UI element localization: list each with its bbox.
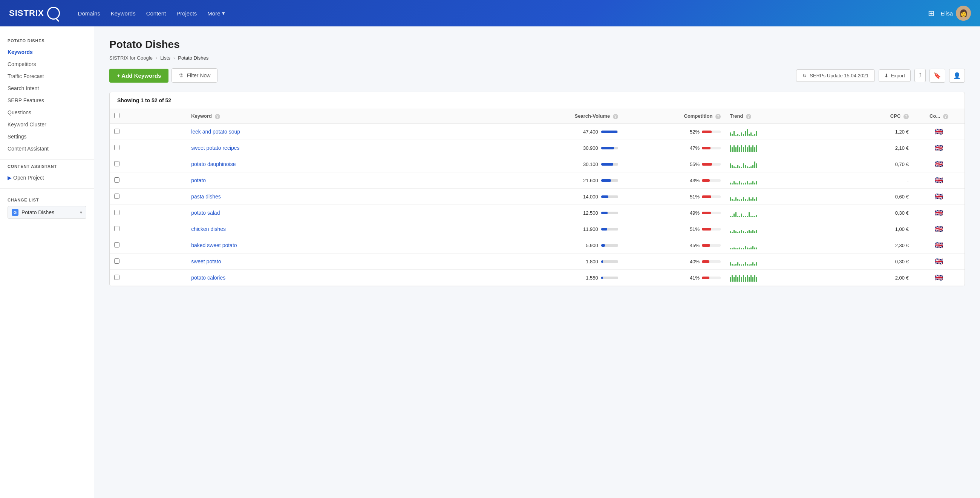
volume-value: 1.550 — [586, 275, 598, 281]
keyword-link[interactable]: potato — [191, 177, 206, 184]
nav-more[interactable]: More ▾ — [207, 10, 224, 17]
table-header-row: Keyword ? Search-Volume ? Competition ? — [110, 109, 964, 123]
volume-bar — [601, 244, 618, 247]
trend-help-icon[interactable]: ? — [746, 114, 751, 119]
sidebar-item-questions[interactable]: Questions — [0, 106, 94, 118]
row-checkbox-2[interactable] — [114, 161, 119, 166]
competition-bar — [702, 179, 721, 182]
change-list-title: CHANGE LIST — [8, 198, 86, 202]
sidebar-item-competitors[interactable]: Competitors — [0, 58, 94, 70]
table-row: pasta dishes 14.000 51% 0,60 € — [110, 188, 964, 205]
competition-bar — [702, 244, 721, 247]
keyword-link[interactable]: chicken dishes — [191, 226, 226, 232]
row-checkbox-cell — [110, 237, 186, 254]
share-icon: ⤴ — [919, 72, 921, 79]
filter-button[interactable]: ⚗ Filter Now — [172, 68, 218, 83]
person-button[interactable]: 👤 — [949, 69, 965, 83]
breadcrumb-sistrix[interactable]: SISTRIX for Google — [109, 55, 153, 61]
sidebar-item-settings[interactable]: Settings — [0, 131, 94, 143]
competition-help-icon[interactable]: ? — [715, 114, 721, 119]
cpc-cell: 2,30 € — [845, 237, 913, 254]
volume-value: 30.900 — [583, 145, 598, 151]
serps-update-button[interactable]: ↻ SERPs Update 15.04.2021 — [796, 69, 875, 82]
keyword-cell: sweet potato — [186, 254, 511, 270]
cpc-cell: 1,00 € — [845, 221, 913, 237]
toolbar-actions: + Add Keywords ⚗ Filter Now — [109, 68, 218, 83]
country-cell: 🇬🇧 — [913, 123, 964, 140]
nav-content[interactable]: Content — [146, 10, 166, 17]
header-keyword: Keyword ? — [186, 109, 511, 123]
competition-value: 52% — [690, 129, 700, 135]
row-checkbox-3[interactable] — [114, 177, 119, 183]
logo[interactable]: SISTRIX — [9, 7, 60, 20]
bookmark-button[interactable]: 🔖 — [929, 69, 945, 83]
table-row: potato calories 1.550 41% 2,00 € — [110, 270, 964, 286]
keyword-link[interactable]: baked sweet potato — [191, 242, 237, 248]
row-checkbox-6[interactable] — [114, 226, 119, 231]
sidebar-item-keywords[interactable]: Keywords — [0, 46, 94, 58]
nav-keywords[interactable]: Keywords — [111, 10, 136, 17]
cpc-cell: 0,70 € — [845, 156, 913, 172]
user-menu[interactable]: Elisa 👩 — [940, 6, 971, 21]
keyword-link[interactable]: potato calories — [191, 275, 225, 281]
sidebar-open-project[interactable]: ▶ Open Project — [0, 172, 94, 184]
keyword-cell: chicken dishes — [186, 221, 511, 237]
nav-domains[interactable]: Domains — [78, 10, 100, 17]
cpc-value: 0,60 € — [895, 194, 909, 200]
export-button[interactable]: ⬇ Export — [878, 69, 911, 82]
competition-value: 47% — [690, 145, 700, 151]
filter-icon: ⚗ — [179, 72, 184, 78]
breadcrumb-lists[interactable]: Lists — [160, 55, 170, 61]
row-checkbox-5[interactable] — [114, 210, 119, 215]
country-cell: 🇬🇧 — [913, 188, 964, 205]
select-all-checkbox[interactable] — [114, 113, 119, 118]
sidebar-item-traffic-forecast[interactable]: Traffic Forecast — [0, 70, 94, 82]
volume-bar — [601, 131, 618, 133]
keyword-link[interactable]: pasta dishes — [191, 193, 221, 200]
row-checkbox-8[interactable] — [114, 259, 119, 264]
row-checkbox-9[interactable] — [114, 275, 119, 280]
row-checkbox-0[interactable] — [114, 129, 119, 134]
keyword-link[interactable]: sweet potato — [191, 259, 221, 265]
keyword-cell: pasta dishes — [186, 188, 511, 205]
volume-bar — [601, 212, 618, 214]
sidebar-item-content-assistant[interactable]: Content Assistant — [0, 143, 94, 155]
google-badge: G — [12, 209, 19, 216]
breadcrumb: SISTRIX for Google › Lists › Potato Dish… — [109, 55, 965, 61]
row-checkbox-1[interactable] — [114, 145, 119, 150]
download-icon: ⬇ — [884, 73, 888, 78]
grid-icon[interactable]: ⊞ — [928, 9, 934, 18]
keyword-help-icon[interactable]: ? — [215, 114, 220, 119]
sidebar-item-search-intent[interactable]: Search Intent — [0, 82, 94, 94]
nav-projects[interactable]: Projects — [177, 10, 197, 17]
keyword-link[interactable]: leek and potato soup — [191, 129, 240, 135]
page-title: Potato Dishes — [109, 38, 965, 51]
keyword-link[interactable]: potato dauphinoise — [191, 161, 235, 167]
cpc-help-icon[interactable]: ? — [904, 114, 909, 119]
add-keywords-button[interactable]: + Add Keywords — [109, 69, 169, 83]
volume-cell: 30.100 — [511, 156, 623, 172]
volume-help-icon[interactable]: ? — [613, 114, 618, 119]
competition-cell: 45% — [623, 237, 725, 254]
share-button[interactable]: ⤴ — [915, 69, 926, 82]
trend-cell — [725, 188, 845, 205]
volume-value: 5.900 — [586, 243, 598, 248]
volume-cell: 12.500 — [511, 205, 623, 221]
country-help-icon[interactable]: ? — [943, 114, 948, 119]
country-flag: 🇬🇧 — [935, 209, 943, 217]
row-checkbox-7[interactable] — [114, 242, 119, 247]
keyword-link[interactable]: sweet potato recipes — [191, 145, 239, 151]
showing-count: Showing 1 to 52 of 52 — [110, 92, 964, 109]
competition-value: 55% — [690, 161, 700, 167]
breadcrumb-sep-2: › — [173, 55, 175, 61]
competition-cell: 47% — [623, 140, 725, 156]
sidebar-item-keyword-cluster[interactable]: Keyword Cluster — [0, 118, 94, 131]
dropdown-arrow-icon: ▾ — [80, 210, 82, 215]
sidebar-item-serp-features[interactable]: SERP Features — [0, 94, 94, 106]
cpc-value: 1,20 € — [895, 129, 909, 135]
list-dropdown[interactable]: G Potato Dishes ▾ — [8, 206, 86, 219]
row-checkbox-cell — [110, 123, 186, 140]
keyword-link[interactable]: potato salad — [191, 210, 220, 216]
row-checkbox-4[interactable] — [114, 193, 119, 199]
header-trend: Trend ? — [725, 109, 845, 123]
